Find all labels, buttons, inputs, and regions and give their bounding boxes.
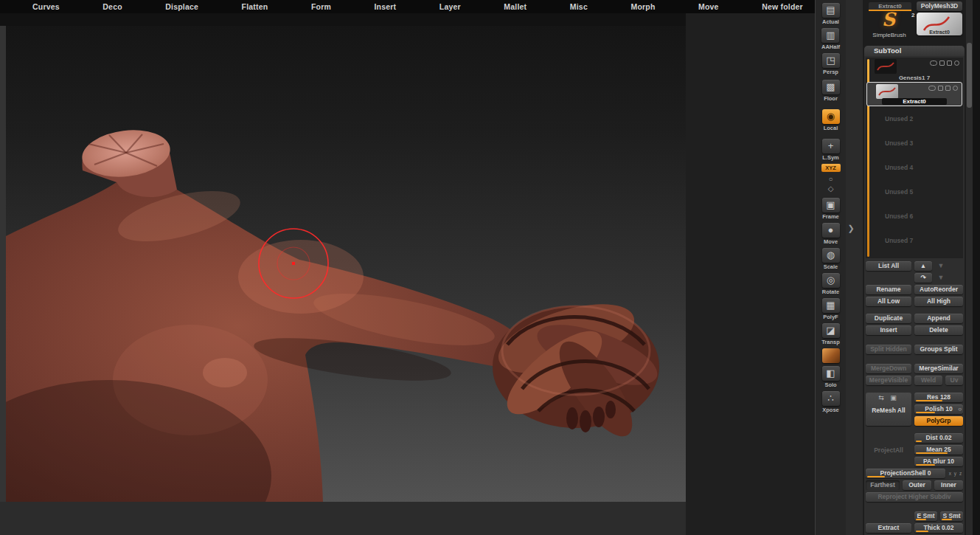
remesh-all-button[interactable]: ⇆ ▣ ReMesh All <box>866 393 911 426</box>
outer-button[interactable]: Outer <box>903 480 931 490</box>
subtool-item-unused[interactable]: Unused 2 <box>866 106 963 131</box>
menu-bar: Curves Deco Displace Flatten Form Insert… <box>0 0 815 13</box>
subtool-item-unused[interactable]: Unused 6 <box>866 204 963 228</box>
shelf-frame-button[interactable]: ▣ Frame <box>822 198 840 220</box>
groups-split-button[interactable]: Groups Split <box>914 345 963 354</box>
menu-item-misc[interactable]: Misc <box>570 2 588 11</box>
reproject-higher-subdiv-button[interactable]: Reproject Higher Subdiv <box>866 492 963 502</box>
brush-toggle-icon[interactable] <box>945 86 951 91</box>
mean-slider[interactable]: Mean 25 <box>914 445 963 455</box>
sphere-toggle-icon[interactable] <box>953 86 958 91</box>
autoreorder-button[interactable]: AutoReorder <box>914 285 963 294</box>
panel-scrollbar-thumb[interactable] <box>967 43 972 108</box>
uv-button[interactable]: Uv <box>945 376 963 385</box>
shelf-polyf-button[interactable]: ▦ PolyF <box>822 298 840 320</box>
shelf-gyro-button[interactable]: ○ <box>828 174 833 184</box>
shelf-xpose-button[interactable]: ∴ Xpose <box>822 391 840 413</box>
shelf-lsym-button[interactable]: + L.Sym <box>822 139 840 161</box>
extract-button[interactable]: Extract <box>866 523 911 533</box>
polygrp-button[interactable]: PolyGrp <box>914 416 963 426</box>
projectionshell-slider[interactable]: ProjectionShell 0 <box>866 469 945 478</box>
menu-item-layer[interactable]: Layer <box>439 2 461 11</box>
thick-slider[interactable]: Thick 0.02 <box>914 523 963 533</box>
subtool-item-unused[interactable]: Unused 7 <box>866 228 963 252</box>
move-down-disabled-icon: ▼ <box>935 261 947 271</box>
menu-item-form[interactable]: Form <box>311 2 331 11</box>
res-slider[interactable]: Res 128 <box>914 393 963 402</box>
simplebrush-icon[interactable]: S <box>882 9 895 30</box>
shelf-scale-button[interactable]: ◍ Scale <box>822 248 840 270</box>
shelf-transp-button[interactable]: ◪ Transp <box>821 323 840 345</box>
subtool-item-unused[interactable]: Unused 3 <box>866 131 963 155</box>
delete-button[interactable]: Delete <box>914 325 963 335</box>
e-smt-toggle[interactable]: E Smt <box>914 511 937 521</box>
shelf-solo-button[interactable]: ◧ Solo <box>822 366 840 388</box>
subtool-item-genesis[interactable]: Genesis1 7 <box>866 58 963 82</box>
menu-item-flatten[interactable]: Flatten <box>242 2 268 11</box>
panel-scrollbar[interactable] <box>966 0 973 535</box>
polish-mode-toggle[interactable]: ○ <box>958 405 962 413</box>
mergedown-button[interactable]: MergeDown <box>866 364 911 373</box>
pen-icon[interactable] <box>939 61 945 66</box>
weld-button[interactable]: Weld <box>914 376 942 385</box>
pen-icon[interactable] <box>938 86 943 91</box>
local-icon: ◉ <box>822 109 840 124</box>
menu-item-deco[interactable]: Deco <box>102 2 122 11</box>
current-tool-button[interactable]: Extract0 <box>917 13 962 35</box>
duplicate-button[interactable]: Duplicate <box>866 314 911 323</box>
insert-button[interactable]: Insert <box>866 325 911 335</box>
persp-icon: ◳ <box>822 53 840 68</box>
subtool-thumbnail <box>875 59 897 74</box>
pa-blur-slider[interactable]: PA Blur 10 <box>914 457 963 466</box>
lsym-icon: + <box>822 139 840 153</box>
menu-item-insert[interactable]: Insert <box>374 2 396 11</box>
menu-item-mallet[interactable]: Mallet <box>504 2 527 11</box>
menu-item-move[interactable]: Move <box>698 2 719 11</box>
all-low-button[interactable]: All Low <box>866 297 911 306</box>
inner-button[interactable]: Inner <box>934 480 963 490</box>
reorder-arrow-button[interactable]: ↷ <box>914 273 932 283</box>
material-icon <box>822 348 840 363</box>
mergevisible-button[interactable]: MergeVisible <box>866 376 911 385</box>
append-button[interactable]: Append <box>914 314 963 323</box>
shelf-actual-button[interactable]: ▤ Actual <box>822 3 840 25</box>
visibility-icon[interactable] <box>930 61 937 66</box>
shelf-xyz-button[interactable]: XYZ <box>821 164 841 172</box>
shelf-move-button[interactable]: ● Move <box>822 223 840 245</box>
material-swatch[interactable] <box>822 348 840 363</box>
s-smt-toggle[interactable]: S Smt <box>940 511 963 521</box>
shelf-aahalf-button[interactable]: ▥ AAHalf <box>821 28 840 50</box>
subtool-list: Genesis1 7 Extract0 Unused 2 Unused <box>866 58 963 258</box>
farthest-button[interactable]: Farthest <box>866 480 900 490</box>
polish-slider[interactable]: Polish 10○ <box>914 404 963 414</box>
split-hidden-button[interactable]: Split Hidden <box>866 345 911 354</box>
mergesimilar-button[interactable]: MergeSimilar <box>914 364 963 373</box>
dist-slider[interactable]: Dist 0.02 <box>914 433 963 443</box>
tool-panel: Extract0 PolyMesh3D S SimpleBrush 2 Extr… <box>863 0 966 535</box>
visibility-icon[interactable] <box>928 86 936 91</box>
move-up-button[interactable]: ▲ <box>914 261 932 271</box>
menu-item-displace[interactable]: Displace <box>165 2 198 11</box>
all-high-button[interactable]: All High <box>914 297 963 306</box>
list-all-button[interactable]: List All <box>866 261 911 271</box>
shelf-persp-button[interactable]: ◳ Persp <box>822 53 840 75</box>
shelf-rotate-button[interactable]: ◎ Rotate <box>822 273 840 295</box>
subtool-item-extract0[interactable]: Extract0 <box>866 82 962 106</box>
axis-letters[interactable]: x y z <box>948 469 963 478</box>
rename-button[interactable]: Rename <box>866 285 911 294</box>
menu-item-curves[interactable]: Curves <box>32 2 60 11</box>
subtool-palette-header[interactable]: SubTool <box>864 46 965 56</box>
projectall-button[interactable]: ProjectAll <box>866 433 911 466</box>
shelf-gyro2-button[interactable]: ◇ <box>828 184 834 193</box>
panel-divider-handle[interactable]: ❯ <box>847 214 855 242</box>
subtool-item-unused[interactable]: Unused 4 <box>866 155 963 179</box>
sphere-toggle-icon[interactable] <box>954 61 959 66</box>
menu-item-morph[interactable]: Morph <box>630 2 655 11</box>
brush-toggle-icon[interactable] <box>947 61 952 66</box>
subtool-item-unused[interactable]: Unused 5 <box>866 179 963 204</box>
shelf-floor-button[interactable]: ▩ Floor <box>822 80 840 102</box>
menu-item-new-folder[interactable]: New folder <box>762 2 803 11</box>
document-canvas[interactable] <box>6 26 686 502</box>
shelf-local-button[interactable]: ◉ Local <box>822 109 840 131</box>
polymesh3d-button[interactable]: PolyMesh3D <box>917 1 962 11</box>
